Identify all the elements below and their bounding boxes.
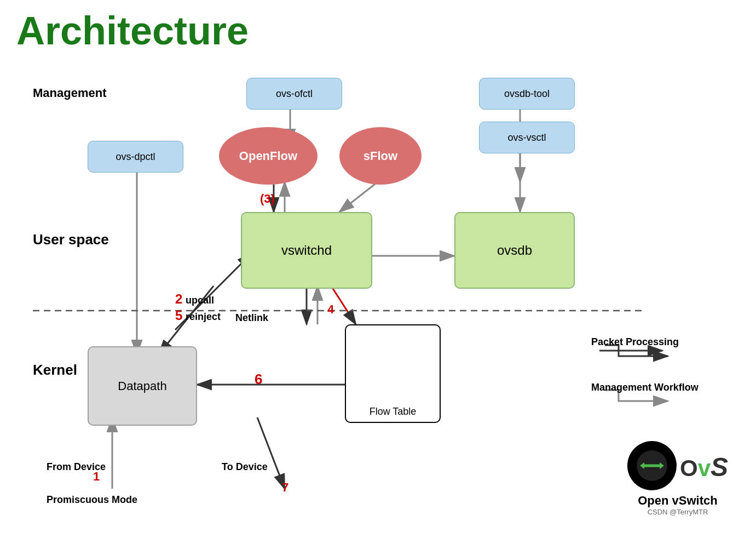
ovs-dpctl-box: ovs-dpctl xyxy=(88,141,183,173)
sflow-ellipse: sFlow xyxy=(339,127,422,185)
svg-line-20 xyxy=(257,417,285,489)
svg-line-16 xyxy=(331,286,356,324)
ovs-vsctl-box: ovs-vsctl xyxy=(479,122,575,153)
diagram: Management User space Kernel ovs-ofctl o… xyxy=(16,56,739,527)
ovs-circle-icon xyxy=(627,441,677,490)
page: Architecture xyxy=(0,0,756,538)
ovs-name-text: OvS xyxy=(680,452,728,482)
ovsdb-box: ovsdb xyxy=(454,212,575,289)
label-3: (3) xyxy=(260,192,275,206)
label-4: 4 xyxy=(327,302,334,317)
label-2-upcall: 2 upcall xyxy=(175,291,214,307)
label-netlink: Netlink xyxy=(235,312,268,324)
datapath-box: Datapath xyxy=(88,346,197,426)
kernel-label: Kernel xyxy=(33,362,77,379)
flow-table-box: Flow Table xyxy=(345,324,441,423)
label-management-workflow: Management Workflow xyxy=(591,382,699,393)
label-promiscuous: Promiscuous Mode xyxy=(47,494,137,506)
label-7: 7 xyxy=(282,480,288,495)
label-to-device: To Device xyxy=(222,461,268,473)
userspace-label: User space xyxy=(33,231,109,248)
ovs-credit: CSDN @TerryMTR xyxy=(648,508,708,516)
label-packet-processing: Packet Processing xyxy=(591,336,679,348)
ovs-fullname: Open vSwitch xyxy=(638,494,717,508)
ovs-logo: OvS Open vSwitch CSDN @TerryMTR xyxy=(627,441,728,516)
page-title: Architecture xyxy=(16,11,740,50)
label-5-reinject: 5 reinject xyxy=(175,308,221,323)
vswitchd-box: vswitchd xyxy=(241,212,372,289)
openflow-ellipse: OpenFlow xyxy=(219,127,318,185)
ovs-ofctl-box: ovs-ofctl xyxy=(246,78,342,110)
ovsdb-tool-box: ovsdb-tool xyxy=(479,78,575,110)
label-1: 1 xyxy=(93,470,100,484)
svg-line-8 xyxy=(339,182,378,212)
management-label: Management xyxy=(33,86,106,100)
label-6: 6 xyxy=(255,371,262,388)
